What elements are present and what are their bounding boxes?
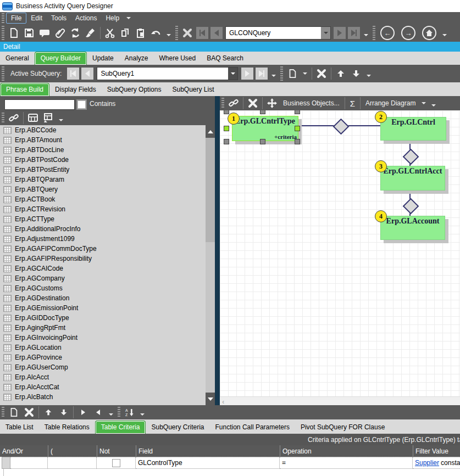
menu-help[interactable]: Help xyxy=(101,13,124,23)
table-list-item-erp-abtqparam[interactable]: Erp.ABTQParam xyxy=(0,175,206,184)
table-list-item-erp-abtpostcode[interactable]: Erp.ABTPostCode xyxy=(0,155,206,165)
table-list-item-erp-abtdocline[interactable]: Erp.ABTDocLine xyxy=(0,145,206,155)
column-header-not[interactable]: Not xyxy=(97,445,136,457)
tab-analyze[interactable]: Analyze xyxy=(119,52,154,65)
relation-diamond[interactable] xyxy=(333,119,350,135)
tab-display-fields[interactable]: Display Fields xyxy=(49,83,102,96)
table-list-item-erp-agemissionpoint[interactable]: Erp.AGEmissionPoint xyxy=(0,303,206,313)
table-list-item-erp-abccode[interactable]: Erp.ABCCode xyxy=(0,125,206,135)
selection-handle[interactable] xyxy=(295,110,300,114)
tab-pivot-subquery-for-clause[interactable]: Pivot SubQuery FOR Clause xyxy=(295,421,390,434)
move-diagram-icon[interactable] xyxy=(264,96,280,110)
table-list-item-erp-adjustment1099[interactable]: Erp.Adjustment1099 xyxy=(0,234,206,244)
business-objects-button[interactable]: Business Objects... xyxy=(280,99,343,107)
subquery-next-button[interactable] xyxy=(241,68,253,80)
table-list[interactable]: Erp.ABCCodeErp.ABTAmountErp.ABTDocLineEr… xyxy=(0,125,206,405)
menu-overflow-icon[interactable] xyxy=(126,17,131,19)
new-subquery-icon[interactable] xyxy=(285,66,300,81)
tab-phrase-build[interactable]: Phrase Build xyxy=(0,83,49,96)
column-header-operation[interactable]: Operation xyxy=(280,445,413,457)
table-list-item-erp-agcompany[interactable]: Erp.AGCompany xyxy=(0,273,206,283)
tab-where-used[interactable]: Where Used xyxy=(153,52,201,65)
delete-subquery-icon[interactable] xyxy=(314,66,329,81)
subquery-toolbar-overflow-icon[interactable] xyxy=(367,75,371,77)
contains-checkbox[interactable] xyxy=(77,100,86,109)
diagram-toolbar-overflow-icon[interactable] xyxy=(431,104,436,107)
menu-file[interactable]: File xyxy=(6,13,26,24)
diagram-node-glaccount[interactable]: Erp.GLAccount xyxy=(380,216,445,240)
tab-baq-search[interactable]: BAQ Search xyxy=(201,52,249,65)
menu-actions[interactable]: Actions xyxy=(71,13,101,23)
cell-open-paren[interactable] xyxy=(48,457,97,469)
comment-icon[interactable] xyxy=(37,26,52,40)
panel-splitter[interactable] xyxy=(215,96,220,405)
paste-icon[interactable] xyxy=(133,26,148,40)
diagram-canvas[interactable]: Erp.GLCntrlType +criteria 1 Erp.GLCntrl … xyxy=(220,110,460,396)
query-combobox[interactable]: GLCONQuery xyxy=(225,26,331,40)
new-icon[interactable] xyxy=(6,26,21,40)
table-list-item-erp-agusercomp[interactable]: Erp.AGUserComp xyxy=(0,362,206,372)
save-icon[interactable] xyxy=(21,26,37,40)
clear-icon[interactable] xyxy=(83,26,98,40)
tab-table-relations[interactable]: Table Relations xyxy=(39,421,95,434)
table-list-scrollbar[interactable] xyxy=(206,125,215,405)
table-list-item-erp-agcaicode[interactable]: Erp.AGCAICode xyxy=(0,264,206,273)
new-subquery-dropdown-icon[interactable] xyxy=(303,72,307,75)
table-list-overflow-icon[interactable] xyxy=(59,119,63,121)
table-search-input[interactable] xyxy=(4,99,75,110)
forward-icon[interactable]: → xyxy=(401,26,415,40)
table-list-item-erp-aginvoicingpoint[interactable]: Erp.AGInvoicingPoint xyxy=(0,333,206,343)
subquery-combobox[interactable]: SubQuery1 xyxy=(97,67,238,80)
table-list-item-erp-abtamount[interactable]: Erp.ABTAmount xyxy=(0,135,206,145)
refresh-icon[interactable] xyxy=(68,26,83,40)
table-list-item-erp-alcacctcat[interactable]: Erp.AlcAcctCat xyxy=(0,382,206,392)
scroll-left-icon[interactable]: ‹ xyxy=(222,397,224,406)
scroll-down-icon[interactable] xyxy=(206,393,215,405)
subquery-nav-dropdown-icon[interactable] xyxy=(271,75,276,77)
table-grid-icon[interactable] xyxy=(25,111,41,125)
selection-handle[interactable] xyxy=(295,139,300,144)
next-record-button[interactable] xyxy=(334,27,346,39)
table-list-item-erp-actrevision[interactable]: Erp.ACTRevision xyxy=(0,204,206,214)
subquery-prev-button[interactable] xyxy=(81,68,93,80)
indent-right-icon[interactable] xyxy=(75,405,91,419)
menu-edit[interactable]: Edit xyxy=(26,13,47,23)
column-header-filter-value[interactable]: Filter Value xyxy=(413,445,460,457)
relation-diamond[interactable] xyxy=(403,198,419,215)
indent-left-icon[interactable] xyxy=(91,405,106,419)
tab-subquery-options[interactable]: SubQuery Options xyxy=(102,83,167,96)
table-list-item-erp-agprovince[interactable]: Erp.AGProvince xyxy=(0,352,206,362)
selection-handle[interactable] xyxy=(260,139,265,144)
cell-not[interactable] xyxy=(97,457,136,469)
tab-function-call-parameters[interactable]: Function Call Parameters xyxy=(210,421,295,434)
selection-handle[interactable] xyxy=(224,139,229,144)
nav-dropdown-icon[interactable] xyxy=(364,34,368,36)
row-up-icon[interactable] xyxy=(41,405,56,419)
back-icon[interactable]: ← xyxy=(380,26,395,40)
undo-dropdown-icon[interactable] xyxy=(167,34,171,36)
indent-dropdown-icon[interactable] xyxy=(109,413,113,416)
not-checkbox[interactable] xyxy=(112,459,120,467)
table-list-item-erp-actbook[interactable]: Erp.ACTBook xyxy=(0,194,206,204)
table-list-item-erp-alcacct[interactable]: Erp.AlcAcct xyxy=(0,372,206,382)
undo-icon[interactable] xyxy=(148,26,164,40)
prev-record-button[interactable] xyxy=(210,27,223,39)
remove-table-icon[interactable] xyxy=(245,96,261,110)
scrollbar-thumb[interactable] xyxy=(206,138,215,242)
delete-icon[interactable] xyxy=(180,26,195,40)
criteria-row[interactable]: GLControlType = Supplier constant xyxy=(0,457,460,469)
business-table-icon[interactable] xyxy=(41,111,56,125)
attachment-icon[interactable] xyxy=(52,26,68,40)
diagram-hscrollbar[interactable]: ‹ xyxy=(220,396,460,406)
table-list-item-erp-agiddoctype[interactable]: Erp.AGIDDocType xyxy=(0,313,206,323)
arrange-diagram-dropdown-icon[interactable] xyxy=(422,102,426,104)
link-table-icon[interactable] xyxy=(6,111,21,125)
selection-handle[interactable] xyxy=(224,110,229,114)
copy-icon[interactable] xyxy=(118,26,133,40)
cut-icon[interactable] xyxy=(102,26,118,40)
toolbar-overflow-icon[interactable] xyxy=(442,34,447,36)
supplier-link[interactable]: Supplier xyxy=(415,459,439,467)
arrange-diagram-button[interactable]: Arrange Diagram xyxy=(362,99,419,107)
sort-az-icon[interactable]: AZ xyxy=(122,405,137,419)
cell-operation[interactable]: = xyxy=(280,457,413,469)
